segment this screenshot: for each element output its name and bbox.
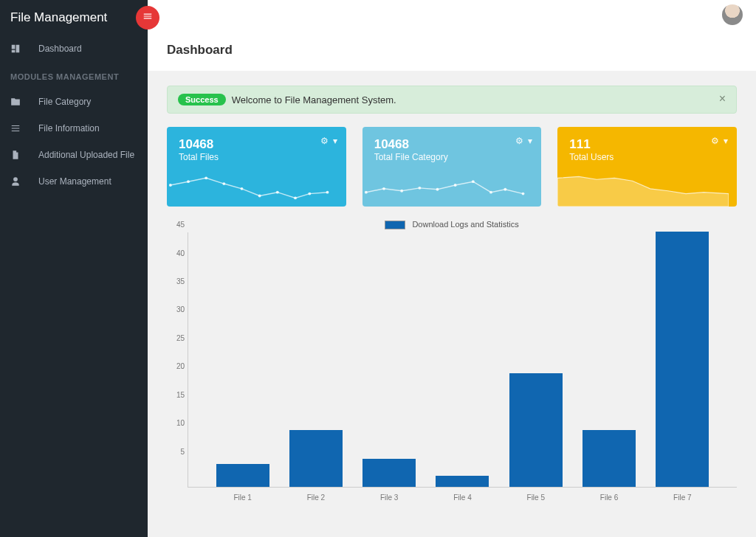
sparkline bbox=[362, 164, 534, 207]
chart-y-tick: 15 bbox=[176, 390, 185, 398]
sidebar-item-additional-uploaded-file[interactable]: Additional Uploaded File bbox=[0, 142, 148, 168]
stat-label: Total File Category bbox=[374, 152, 530, 162]
folder-icon bbox=[10, 97, 27, 107]
alert-badge: Success bbox=[178, 94, 226, 105]
svg-point-5 bbox=[258, 195, 261, 198]
chart-bar bbox=[583, 430, 636, 487]
svg-point-11 bbox=[382, 187, 385, 190]
chart-y-tick: 35 bbox=[176, 277, 185, 285]
svg-point-3 bbox=[222, 182, 225, 185]
chart-y-tick: 25 bbox=[176, 333, 185, 342]
chart-bar bbox=[362, 459, 416, 487]
gear-icon: ⚙ bbox=[711, 136, 719, 146]
chart-y-axis: 51015202530354045 bbox=[167, 232, 188, 488]
sidebar-header: File Management bbox=[0, 0, 148, 35]
svg-point-12 bbox=[400, 190, 403, 193]
card-settings-button[interactable]: ⚙▾ bbox=[711, 136, 728, 146]
svg-point-6 bbox=[276, 191, 279, 194]
stat-label: Total Users bbox=[569, 152, 725, 162]
chart-x-label: File 3 bbox=[380, 493, 398, 502]
sidebar-item-file-category[interactable]: File Category bbox=[0, 89, 148, 115]
stat-card-total-files[interactable]: 10468 Total Files ⚙▾ bbox=[167, 127, 346, 207]
chart-plot-area: File 1File 2File 3File 4File 5File 6File… bbox=[188, 232, 737, 488]
close-icon: × bbox=[719, 92, 726, 105]
stat-value: 111 bbox=[569, 137, 725, 152]
main-content: Dashboard Success Welcome to File Manage… bbox=[148, 30, 756, 537]
avatar[interactable] bbox=[722, 4, 743, 25]
chart-bar bbox=[509, 373, 563, 487]
file-icon bbox=[10, 150, 27, 160]
chart-x-label: File 2 bbox=[307, 493, 325, 502]
svg-point-16 bbox=[472, 180, 475, 183]
sparkline bbox=[167, 164, 338, 207]
list-icon bbox=[10, 123, 27, 134]
chart-legend: Download Logs and Statistics bbox=[167, 220, 737, 229]
chart-bar-column: File 7 bbox=[646, 232, 719, 487]
card-settings-button[interactable]: ⚙▾ bbox=[320, 136, 337, 146]
chart-bar-column: File 3 bbox=[353, 459, 426, 487]
chevron-down-icon: ▾ bbox=[724, 136, 728, 146]
chart-y-tick: 30 bbox=[176, 305, 185, 313]
stat-card-total-users[interactable]: 111 Total Users ⚙▾ bbox=[557, 127, 737, 207]
stat-card-total-file-category[interactable]: 10468 Total File Category ⚙▾ bbox=[362, 127, 542, 207]
gear-icon: ⚙ bbox=[515, 136, 523, 146]
chart-bar-column: File 6 bbox=[572, 430, 645, 487]
chart-bar bbox=[656, 232, 709, 487]
sidebar-item-user-management[interactable]: User Management bbox=[0, 168, 148, 195]
stat-label: Total Files bbox=[179, 152, 334, 162]
topbar bbox=[148, 0, 756, 30]
chart-y-tick: 20 bbox=[176, 362, 185, 370]
chart-x-label: File 1 bbox=[233, 493, 251, 502]
chart-y-tick: 40 bbox=[176, 249, 185, 257]
chart-y-tick: 45 bbox=[176, 221, 185, 229]
sidebar-item-label: Additional Uploaded File bbox=[38, 150, 134, 160]
sparkline-area bbox=[557, 164, 729, 207]
chevron-down-icon: ▾ bbox=[333, 136, 337, 146]
user-icon bbox=[10, 176, 27, 187]
download-chart: Download Logs and Statistics 51015202530… bbox=[167, 217, 737, 505]
chart-bar bbox=[289, 430, 343, 487]
svg-point-2 bbox=[205, 176, 207, 179]
svg-point-14 bbox=[436, 188, 439, 191]
sidebar-item-dashboard[interactable]: Dashboard bbox=[0, 35, 148, 62]
chart-x-label: File 4 bbox=[453, 493, 471, 502]
svg-point-9 bbox=[326, 191, 329, 194]
svg-point-8 bbox=[308, 193, 311, 195]
svg-point-19 bbox=[521, 193, 524, 195]
svg-point-4 bbox=[241, 187, 244, 190]
alert-close-button[interactable]: × bbox=[719, 92, 726, 105]
app-title: File Management bbox=[10, 10, 107, 25]
chart-bar-column: File 2 bbox=[279, 430, 352, 487]
chevron-down-icon: ▾ bbox=[528, 136, 532, 146]
stat-value: 10468 bbox=[374, 137, 530, 152]
svg-point-10 bbox=[365, 191, 368, 194]
page-title: Dashboard bbox=[148, 30, 756, 71]
chart-bar-column: File 5 bbox=[499, 373, 572, 487]
sidebar-toggle-button[interactable] bbox=[136, 6, 159, 30]
sidebar-item-label: User Management bbox=[38, 176, 111, 187]
svg-point-13 bbox=[418, 187, 421, 190]
chart-x-label: File 5 bbox=[527, 493, 545, 502]
gear-icon: ⚙ bbox=[320, 136, 329, 146]
chart-bar bbox=[436, 476, 489, 487]
sidebar-item-label: File Category bbox=[38, 97, 91, 107]
svg-point-15 bbox=[453, 184, 456, 187]
chart-bar bbox=[216, 464, 269, 487]
svg-point-17 bbox=[489, 191, 492, 194]
stat-cards-row: 10468 Total Files ⚙▾ 10468 Total File Ca… bbox=[167, 127, 737, 207]
svg-point-18 bbox=[504, 188, 506, 191]
svg-point-7 bbox=[294, 196, 297, 199]
chart-x-label: File 7 bbox=[673, 493, 691, 502]
card-settings-button[interactable]: ⚙▾ bbox=[515, 136, 532, 146]
sidebar-item-file-information[interactable]: File Information bbox=[0, 115, 148, 142]
chart-bar-column: File 4 bbox=[426, 476, 499, 487]
svg-point-0 bbox=[169, 184, 172, 187]
chart-title: Download Logs and Statistics bbox=[412, 220, 518, 229]
svg-point-1 bbox=[187, 180, 190, 183]
chart-y-tick: 10 bbox=[176, 419, 185, 427]
sidebar: File Management Dashboard MODULES MANAGE… bbox=[0, 0, 148, 537]
legend-swatch bbox=[385, 221, 405, 229]
sidebar-item-label: Dashboard bbox=[38, 44, 82, 54]
chart-y-tick: 5 bbox=[180, 447, 185, 455]
sidebar-section-label: MODULES MANAGEMENT bbox=[0, 62, 148, 89]
